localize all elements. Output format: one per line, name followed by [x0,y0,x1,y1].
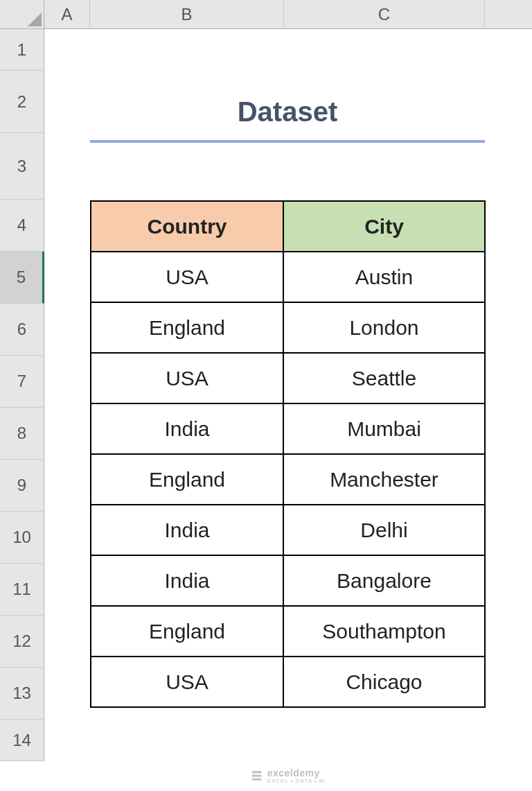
table-row: IndiaBangalore [91,555,485,606]
cell-city[interactable]: Manchester [283,454,485,505]
table-row: USAChicago [91,657,485,707]
cell-city[interactable]: Southampton [283,606,485,657]
row-header-8[interactable]: 8 [0,408,44,460]
column-header-A[interactable]: A [44,0,90,28]
title-cell[interactable]: Dataset [90,83,485,143]
cell-country[interactable]: England [91,606,283,657]
watermark-logo-icon [251,770,263,782]
table-row: IndiaMumbai [91,403,485,454]
row-header-5[interactable]: 5 [0,252,44,304]
row-header-14[interactable]: 14 [0,720,44,761]
watermark-text-wrap: exceldemy EXCEL • DATA • BI [267,767,326,784]
row-header-11[interactable]: 11 [0,564,44,616]
header-country[interactable]: Country [91,201,283,252]
table-row: USAAustin [91,252,485,302]
data-table: Country City USAAustinEnglandLondonUSASe… [90,200,486,708]
row-header-7[interactable]: 7 [0,356,44,408]
column-header-C[interactable]: C [284,0,485,28]
table-row: EnglandManchester [91,454,485,505]
cell-city[interactable]: Delhi [283,505,485,555]
watermark-tagline: EXCEL • DATA • BI [267,779,326,784]
cell-city[interactable]: Seattle [283,353,485,403]
table-row: USASeattle [91,353,485,403]
row-header-2[interactable]: 2 [0,71,44,133]
table-row: EnglandLondon [91,302,485,353]
cell-country[interactable]: England [91,454,283,505]
row-headers-column: 1234567891011121314 [0,29,44,761]
column-headers-row: ABC [44,0,532,29]
row-header-6[interactable]: 6 [0,304,44,356]
cell-country[interactable]: USA [91,353,283,403]
cells-area[interactable]: Dataset Country City USAAustinEnglandLon… [44,29,532,791]
table-row: IndiaDelhi [91,505,485,555]
cell-city[interactable]: Bangalore [283,555,485,606]
cell-country[interactable]: USA [91,657,283,707]
cell-country[interactable]: India [91,403,283,454]
cell-city[interactable]: Mumbai [283,403,485,454]
cell-country[interactable]: India [91,505,283,555]
column-header-B[interactable]: B [90,0,284,28]
table-row: EnglandSouthampton [91,606,485,657]
cell-country[interactable]: USA [91,252,283,302]
row-header-9[interactable]: 9 [0,460,44,512]
cell-city[interactable]: Austin [283,252,485,302]
row-header-1[interactable]: 1 [0,29,44,71]
cell-country[interactable]: England [91,302,283,353]
cell-city[interactable]: London [283,302,485,353]
row-header-3[interactable]: 3 [0,133,44,200]
cell-city[interactable]: Chicago [283,657,485,707]
cell-country[interactable]: India [91,555,283,606]
select-all-corner[interactable] [0,0,44,29]
watermark: exceldemy EXCEL • DATA • BI [251,767,326,784]
watermark-brand: exceldemy [267,767,320,779]
row-header-10[interactable]: 10 [0,512,44,564]
spreadsheet-grid: ABC 1234567891011121314 Dataset Country … [0,0,532,791]
row-header-4[interactable]: 4 [0,200,44,252]
header-city[interactable]: City [283,201,485,252]
row-header-13[interactable]: 13 [0,668,44,720]
row-header-12[interactable]: 12 [0,616,44,668]
